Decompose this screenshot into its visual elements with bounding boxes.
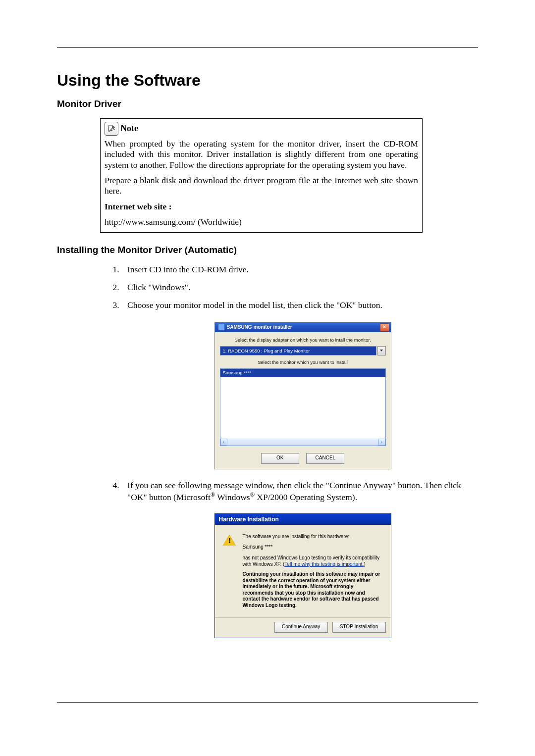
- installer-title: SAMSUNG monitor installer: [227, 324, 292, 331]
- top-rule: [57, 47, 478, 48]
- install-steps-list: Insert CD into the CD-ROM drive. Click "…: [57, 264, 478, 638]
- installer-dialog: SAMSUNG monitor installer × Select the d…: [214, 322, 391, 469]
- page-title: Using the Software: [57, 71, 478, 90]
- step-1: Insert CD into the CD-ROM drive.: [121, 264, 478, 275]
- warning-logo-testing: has not passed Windows Logo testing to v…: [243, 555, 384, 567]
- hardware-installation-dialog: Hardware Installation ! The software you…: [214, 513, 391, 638]
- monitor-listbox[interactable]: Samsung **** ‹ ›: [220, 368, 386, 446]
- cancel-button[interactable]: CANCEL: [306, 453, 344, 464]
- note-label: Note: [120, 123, 138, 134]
- close-button[interactable]: ×: [380, 323, 389, 332]
- warning-titlebar: Hardware Installation: [215, 514, 391, 525]
- warning-hardware-name: Samsung ****: [243, 544, 384, 551]
- internet-website-url: http://www.samsung.com/ (Worldwide): [105, 217, 418, 227]
- note-box: Note When prompted by the operating syst…: [100, 118, 423, 233]
- installer-titlebar: SAMSUNG monitor installer ×: [215, 322, 391, 332]
- note-paragraph-2: Prepare a blank disk and download the dr…: [105, 175, 418, 197]
- monitor-selected-item[interactable]: Samsung ****: [220, 369, 385, 377]
- internet-website-label: Internet web site :: [105, 202, 172, 211]
- step-3: Choose your monitor model in the model l…: [121, 300, 478, 469]
- why-testing-important-link[interactable]: Tell me why this testing is important.: [284, 561, 364, 567]
- warning-bold-text: Continuing your installation of this sof…: [243, 571, 384, 608]
- horizontal-scrollbar[interactable]: ‹ ›: [220, 439, 385, 446]
- stop-installation-button[interactable]: STOP Installation: [332, 622, 386, 633]
- scroll-left-button[interactable]: ‹: [220, 439, 227, 446]
- installer-instruction-1: Select the display adapter on which you …: [220, 337, 386, 343]
- warning-icon: !: [223, 535, 237, 547]
- step-2: Click "Windows".: [121, 282, 478, 293]
- section-monitor-driver: Monitor Driver: [57, 99, 478, 109]
- step-4: If you can see following message window,…: [121, 480, 478, 639]
- continue-anyway-button[interactable]: Continue Anyway: [274, 622, 328, 633]
- scroll-right-button[interactable]: ›: [378, 439, 385, 446]
- note-icon: [105, 122, 118, 136]
- warning-line-1: The software you are installing for this…: [243, 534, 384, 540]
- note-paragraph-1: When prompted by the operating system fo…: [105, 139, 418, 170]
- dropdown-button[interactable]: [377, 346, 386, 355]
- bottom-rule: [57, 702, 478, 703]
- installer-instruction-2: Select the monitor which you want to ins…: [220, 359, 386, 365]
- adapter-select[interactable]: 1. RADEON 9550 : Plug and Play Monitor: [220, 346, 376, 355]
- installer-app-icon: [218, 324, 225, 331]
- ok-button[interactable]: OK: [261, 453, 299, 464]
- section-installing-automatic: Installing the Monitor Driver (Automatic…: [57, 245, 478, 255]
